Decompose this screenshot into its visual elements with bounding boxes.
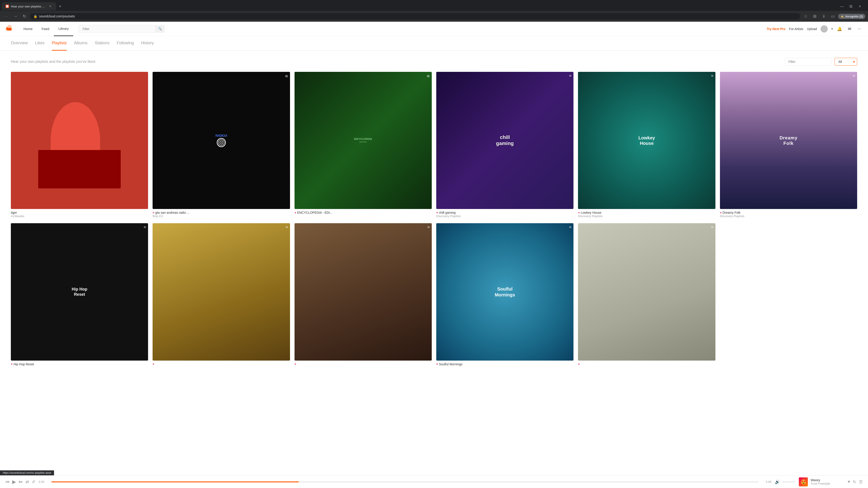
playlist-card-person1[interactable]: ≋ ♥	[153, 223, 290, 367]
playlist-info-soulful: ♥ Soulful Mornings	[436, 361, 574, 367]
filter-select[interactable]: All Owned Liked	[835, 58, 857, 66]
playlist-thumb-person1: ≋	[153, 223, 290, 360]
playlist-sub-lowkey-house: Discovery Playlists	[578, 215, 715, 218]
for-artists-link[interactable]: For Artists	[789, 27, 803, 31]
thumb-overlay-hiphop: ≋	[144, 225, 146, 229]
tab-albums[interactable]: Albums	[74, 36, 88, 51]
playlist-thumb-gta: RADIO:X ≋	[153, 72, 290, 209]
thumb-art-lowkey-house: LowkeyHouse	[578, 72, 715, 209]
playlist-info-dreamy-folk: ♥ Dreamy Folk Discovery Playlists	[720, 209, 857, 219]
browser-layout-icon[interactable]: ▭	[829, 13, 836, 20]
lowkey-house-text: LowkeyHouse	[638, 135, 655, 146]
playlist-thumb-chill-gaming: chillgaming ≋	[436, 72, 574, 209]
sc-logo-overlay-dreamy: ≋	[852, 74, 855, 77]
messages-icon[interactable]: ✉	[846, 26, 852, 32]
playlist-card-person2[interactable]: ≋ ♥	[294, 223, 432, 367]
nav-library[interactable]: Library	[54, 22, 73, 36]
playlist-card-gta-radio[interactable]: RADIO:X ≋ ♥ gta san andreas rad	[153, 72, 290, 219]
download-icon[interactable]: ⇓	[820, 13, 827, 20]
tab-history[interactable]: History	[141, 36, 154, 51]
more-options-icon[interactable]: ···	[856, 26, 863, 32]
nav-feed[interactable]: Feed	[37, 22, 54, 36]
new-tab-button[interactable]: +	[57, 3, 63, 10]
playlist-card-lowkey-house[interactable]: LowkeyHouse ≋ ♥ Lowkey House Discovery P…	[578, 72, 715, 219]
liked-icon-dreamy: ♥	[720, 211, 722, 215]
tab-bar: Hear your own playlists and the × + — ⧉ …	[0, 0, 868, 11]
minimize-button[interactable]: —	[839, 4, 844, 9]
playlist-thumb-gray: ≋	[578, 223, 715, 360]
soundcloud-logo[interactable]	[5, 25, 13, 33]
tab-favicon	[5, 4, 9, 8]
sc-logo-overlay-enc: ≋	[427, 74, 430, 78]
search-bar[interactable]: 🔍	[79, 25, 164, 33]
tab-playlists[interactable]: Playlists	[52, 36, 67, 51]
toolbar-actions: ☆ ⊞ ⇓ ▭ 🕵 Incognito (2)	[802, 13, 865, 20]
back-button[interactable]: ←	[3, 13, 10, 20]
try-next-pro-button[interactable]: Try Next Pro	[767, 27, 785, 31]
thumb-overlay-soulful: ≋	[569, 225, 572, 229]
main-nav: Home Feed Library	[19, 22, 73, 36]
window-controls: — ⧉ ×	[835, 2, 866, 11]
playlist-info-gta: ♥ gta san andreas radio ... Brijx EX	[153, 209, 290, 219]
reload-button[interactable]: ↻	[21, 13, 28, 20]
sc-logo-overlay-gray: ≋	[711, 225, 714, 229]
playlist-info-person1: ♥	[153, 361, 290, 367]
tab-following[interactable]: Following	[117, 36, 134, 51]
sc-logo-overlay-person1: ≋	[285, 225, 288, 229]
playlist-name-chill-gaming: ♥ chill gaming	[436, 211, 574, 215]
playlist-thumb-dreamy-folk: DreamyFolk ≋	[720, 72, 857, 209]
close-window-button[interactable]: ×	[857, 4, 863, 9]
tab-stations[interactable]: Stations	[95, 36, 110, 51]
sc-logo-overlay: ≋	[285, 74, 288, 78]
playlist-info-tiger: tiger A24beaba	[11, 209, 148, 219]
playlist-card-soulful-mornings[interactable]: SoulfulMornings ≋ ♥ Soulful Mornings	[436, 223, 574, 367]
maximize-button[interactable]: ⧉	[848, 4, 854, 9]
incognito-count: Incognito (2)	[845, 15, 863, 18]
tab-likes[interactable]: Likes	[35, 36, 44, 51]
incognito-badge[interactable]: 🕵 Incognito (2)	[838, 14, 865, 19]
search-button[interactable]: 🔍	[156, 25, 164, 33]
playlist-card-dreamy-folk[interactable]: DreamyFolk ≋ ♥ Dreamy Folk Discovery Pla…	[720, 72, 857, 219]
playlist-sub-tiger: A24beaba	[11, 215, 148, 218]
sc-logo-overlay-soulful: ≋	[569, 225, 572, 229]
tab-close-button[interactable]: ×	[48, 4, 53, 8]
app-header: Home Feed Library 🔍 Try Next Pro For Art…	[0, 22, 868, 36]
thumb-art-person2	[294, 223, 432, 360]
liked-icon-enc: ♥	[294, 211, 296, 215]
playlist-card-encyclopedia[interactable]: ENCYCLOPEDIA EDITION ≋ ♥ ENCYCLOPEDIA - …	[294, 72, 432, 219]
search-input[interactable]	[79, 25, 164, 33]
library-tabs: Overview Likes Playlists Albums Stations…	[0, 36, 868, 51]
active-tab[interactable]: Hear your own playlists and the ×	[2, 2, 56, 10]
thumb-overlay-gray: ≋	[711, 225, 714, 229]
soundcloud-app: Home Feed Library 🔍 Try Next Pro For Art…	[0, 22, 868, 374]
sc-logo-overlay-chill: ≋	[569, 74, 572, 77]
playlist-info-person2: ♥	[294, 361, 432, 367]
tab-title: Hear your own playlists and the	[11, 5, 46, 8]
tab-overview[interactable]: Overview	[11, 36, 28, 51]
playlist-card-gray[interactable]: ≋ ♥	[578, 223, 715, 367]
thumb-art-chill-gaming: chillgaming	[436, 72, 574, 209]
user-avatar[interactable]	[820, 25, 828, 33]
playlist-thumb-person2: ≋	[294, 223, 432, 360]
address-bar[interactable]: soundcloud.com/you/sets	[39, 14, 797, 18]
forward-button[interactable]: →	[12, 13, 19, 20]
bookmark-icon[interactable]: ☆	[802, 13, 809, 20]
playlist-card-chill-gaming[interactable]: chillgaming ≋ ♥ chill gaming Discovery P…	[436, 72, 574, 219]
notifications-icon[interactable]: 🔔	[836, 26, 843, 32]
thumb-art-gta: RADIO:X	[153, 72, 290, 209]
avatar-chevron-icon[interactable]: ▾	[831, 27, 833, 31]
liked-icon: ♥	[153, 211, 154, 215]
upload-button[interactable]: Upload	[807, 27, 817, 31]
filter-input[interactable]	[784, 58, 832, 66]
liked-icon-chill: ♥	[436, 211, 438, 215]
address-bar-container[interactable]: 🔒 soundcloud.com/you/sets	[30, 13, 800, 20]
playlist-sub-chill-gaming: Discovery Playlists	[436, 215, 574, 218]
sc-logo-overlay-person2: ≋	[427, 225, 430, 229]
thumb-art-soulful: SoulfulMornings	[436, 223, 574, 360]
playlist-card-hiphop-reset[interactable]: Hip HopReset ≋ ♥ Hip Hop Reset	[11, 223, 148, 367]
playlist-card-tiger[interactable]: tiger A24beaba	[11, 72, 148, 219]
playlist-sub-gta: Brijx EX	[153, 215, 290, 218]
nav-home[interactable]: Home	[19, 22, 37, 36]
tab-search-icon[interactable]: ⊞	[811, 13, 818, 20]
liked-icon-hiphop: ♥	[11, 362, 13, 366]
